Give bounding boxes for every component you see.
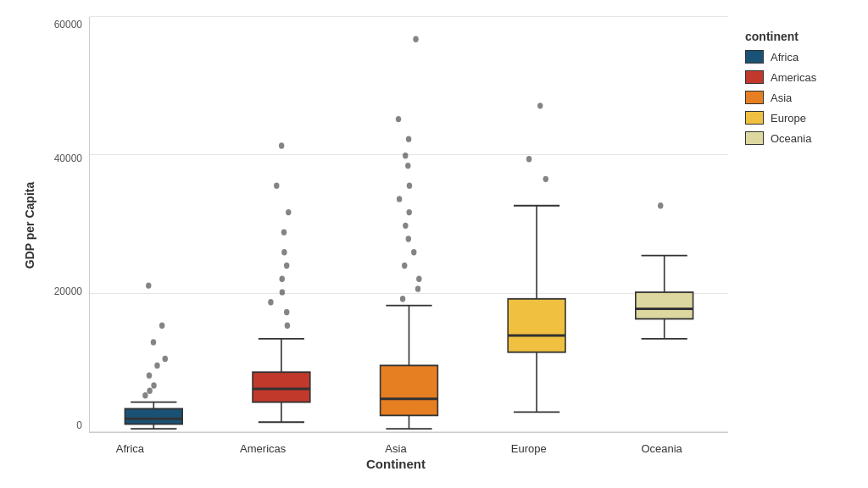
- svg-rect-57: [508, 299, 565, 352]
- svg-point-14: [146, 282, 151, 288]
- svg-point-38: [400, 296, 405, 302]
- svg-point-7: [147, 388, 152, 394]
- svg-point-12: [151, 339, 156, 345]
- svg-point-46: [397, 196, 402, 202]
- y-tick-40000: 40000: [54, 152, 82, 164]
- legend-swatch-americas: [745, 70, 764, 84]
- svg-point-50: [406, 136, 411, 141]
- x-tick-americas: Americas: [197, 442, 330, 455]
- svg-point-31: [279, 142, 284, 148]
- legend-label-oceania: Oceania: [771, 132, 811, 145]
- svg-point-21: [285, 323, 290, 329]
- svg-point-8: [151, 382, 156, 388]
- svg-point-60: [526, 156, 531, 162]
- legend-item-africa: Africa: [745, 50, 851, 64]
- legend-label-europe: Europe: [771, 112, 806, 125]
- legend-swatch-africa: [745, 50, 764, 64]
- legend-swatch-asia: [745, 91, 764, 104]
- y-tick-20000: 20000: [54, 286, 82, 297]
- svg-point-45: [407, 209, 412, 215]
- legend-label-africa: Africa: [771, 51, 798, 64]
- svg-point-24: [280, 289, 285, 295]
- plot-with-yaxis: GDP per Capita 0 20000 40000 60000: [17, 17, 728, 433]
- svg-point-11: [163, 356, 168, 362]
- svg-point-28: [281, 230, 287, 236]
- legend-label-americas: Americas: [771, 71, 816, 84]
- svg-point-44: [403, 223, 408, 229]
- legend-item-asia: Asia: [745, 91, 851, 104]
- svg-point-6: [142, 392, 147, 398]
- legend-item-oceania: Oceania: [745, 131, 851, 145]
- svg-point-10: [154, 363, 159, 369]
- x-axis: Africa Americas Asia Europe Oceania: [64, 437, 728, 455]
- svg-point-40: [416, 276, 421, 282]
- boxplot-svg: [90, 17, 728, 432]
- svg-point-27: [281, 249, 287, 255]
- svg-point-23: [268, 299, 273, 305]
- svg-point-42: [411, 249, 416, 255]
- svg-point-41: [402, 263, 407, 269]
- svg-point-68: [658, 202, 663, 208]
- svg-point-26: [284, 263, 289, 269]
- svg-point-59: [543, 176, 548, 182]
- legend-item-americas: Americas: [745, 70, 851, 84]
- svg-point-43: [406, 236, 411, 241]
- svg-rect-4: [125, 408, 182, 424]
- svg-point-39: [415, 286, 420, 291]
- y-tick-0: 0: [76, 419, 82, 431]
- svg-point-52: [413, 36, 418, 42]
- svg-point-9: [147, 373, 152, 379]
- svg-point-29: [286, 209, 291, 215]
- legend-swatch-oceania: [745, 131, 764, 145]
- legend: continent Africa Americas Asia Europe Oc…: [728, 17, 860, 471]
- legend-label-asia: Asia: [771, 92, 792, 104]
- svg-rect-66: [636, 292, 693, 319]
- y-axis: 0 20000 40000 60000: [42, 17, 89, 433]
- svg-point-47: [407, 182, 412, 188]
- svg-rect-19: [253, 372, 310, 402]
- x-tick-africa: Africa: [64, 442, 197, 455]
- svg-point-22: [284, 309, 289, 315]
- y-axis-label: GDP per Capita: [23, 181, 36, 268]
- svg-point-30: [274, 182, 279, 188]
- chart-container: GDP per Capita 0 20000 40000 60000: [0, 0, 868, 488]
- svg-rect-36: [381, 365, 438, 415]
- x-tick-oceania: Oceania: [595, 442, 728, 455]
- chart-area: GDP per Capita 0 20000 40000 60000: [17, 17, 728, 471]
- svg-point-13: [159, 323, 164, 329]
- svg-point-51: [396, 116, 401, 122]
- svg-point-48: [405, 163, 410, 169]
- plot-area: [89, 17, 728, 433]
- svg-point-25: [280, 276, 285, 282]
- x-axis-label: Continent: [64, 457, 728, 471]
- legend-item-europe: Europe: [745, 111, 851, 125]
- x-tick-asia: Asia: [330, 442, 463, 455]
- svg-point-61: [537, 103, 542, 108]
- legend-title: continent: [745, 30, 851, 43]
- svg-point-49: [403, 152, 408, 158]
- x-tick-europe: Europe: [462, 442, 595, 455]
- y-tick-60000: 60000: [54, 19, 82, 30]
- legend-swatch-europe: [745, 111, 764, 125]
